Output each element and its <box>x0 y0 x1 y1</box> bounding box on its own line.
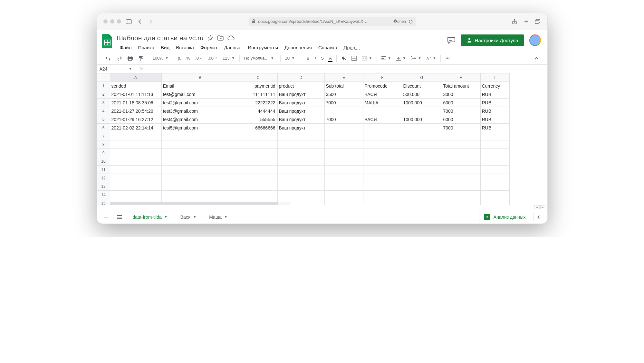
cell[interactable]: 7000 <box>324 115 363 124</box>
scroll-right-icon[interactable]: ► <box>540 205 545 209</box>
cell[interactable] <box>324 182 363 191</box>
cell[interactable] <box>480 149 509 157</box>
cell[interactable] <box>363 191 402 199</box>
cell[interactable] <box>239 140 277 149</box>
cell[interactable] <box>480 140 509 149</box>
account-avatar[interactable] <box>529 34 541 46</box>
cell[interactable] <box>480 132 509 140</box>
move-icon[interactable] <box>217 35 224 41</box>
rotate-btn[interactable]: A▼ <box>425 55 438 61</box>
zoom-select[interactable]: 100%▼ <box>151 55 170 61</box>
tabs-icon[interactable] <box>534 18 541 25</box>
comments-icon[interactable] <box>447 36 456 44</box>
cell[interactable] <box>110 182 161 191</box>
horizontal-scrollbar[interactable] <box>110 202 290 205</box>
cell[interactable]: Ваш продукт <box>277 124 324 132</box>
new-tab-icon[interactable] <box>523 18 529 25</box>
cell[interactable] <box>363 166 402 174</box>
paint-format-icon[interactable] <box>136 54 145 62</box>
spreadsheet-grid[interactable]: ABCDEFGHI 1sendedEmailpaymentidproductSu… <box>97 73 547 205</box>
cell[interactable]: 3500 <box>324 90 363 99</box>
row-header[interactable]: 13 <box>97 182 110 191</box>
cell[interactable] <box>161 166 239 174</box>
nav-forward-icon[interactable] <box>148 18 154 25</box>
cell[interactable] <box>239 157 277 166</box>
cell[interactable]: Ваш продукт <box>277 115 324 124</box>
cell[interactable] <box>110 174 161 182</box>
borders-btn[interactable] <box>350 54 359 62</box>
cell[interactable] <box>363 157 402 166</box>
traffic-max[interactable] <box>117 19 121 24</box>
traffic-min[interactable] <box>110 19 114 24</box>
cell[interactable] <box>277 157 324 166</box>
bold-btn[interactable]: B <box>305 54 312 62</box>
row-header[interactable]: 15 <box>97 199 110 205</box>
wrap-btn[interactable]: ▼ <box>409 56 423 61</box>
all-sheets-btn[interactable] <box>114 213 125 221</box>
cell[interactable] <box>161 182 239 191</box>
cell[interactable] <box>277 132 324 140</box>
cell[interactable] <box>161 140 239 149</box>
cell[interactable]: RUB <box>480 99 509 107</box>
star-icon[interactable] <box>207 35 213 41</box>
cell[interactable] <box>277 174 324 182</box>
cell[interactable] <box>402 191 442 199</box>
cell[interactable]: Sub total <box>324 82 363 90</box>
row-header[interactable]: 6 <box>97 124 110 132</box>
cell[interactable]: RUB <box>480 107 509 115</box>
cell[interactable]: 500.000 <box>402 90 442 99</box>
cell[interactable]: product <box>277 82 324 90</box>
cell[interactable] <box>402 140 442 149</box>
cell[interactable] <box>277 140 324 149</box>
cell[interactable]: 2021-01-27 20:54:20 <box>110 107 161 115</box>
cell[interactable]: RUB <box>480 90 509 99</box>
row-header[interactable]: 12 <box>97 174 110 182</box>
cell[interactable]: 111111111 <box>239 90 277 99</box>
cloud-status-icon[interactable] <box>227 35 235 41</box>
cell[interactable] <box>324 107 363 115</box>
scroll-left-icon[interactable]: ◄ <box>534 205 540 209</box>
cell[interactable] <box>480 166 509 174</box>
cell[interactable] <box>402 182 442 191</box>
side-panel-toggle-icon[interactable] <box>533 213 543 221</box>
cell[interactable]: Ваш продукт <box>277 99 324 107</box>
cell[interactable]: 2021-01-18 08:35:06 <box>110 99 161 107</box>
cell[interactable] <box>277 166 324 174</box>
translate-icon[interactable]: �önen <box>393 19 406 24</box>
cell[interactable]: 1000.000 <box>402 99 442 107</box>
cell[interactable] <box>324 174 363 182</box>
cell[interactable] <box>363 132 402 140</box>
cell[interactable]: test4@gmail.com <box>161 115 239 124</box>
share-button[interactable]: Настройки Доступа <box>461 34 524 46</box>
name-box[interactable]: A24 ▼ <box>97 65 135 73</box>
cell[interactable]: Email <box>161 82 239 90</box>
cell[interactable] <box>239 174 277 182</box>
cell[interactable]: Currency <box>480 82 509 90</box>
cell[interactable] <box>402 157 442 166</box>
column-header[interactable]: B <box>161 73 239 82</box>
column-header[interactable]: E <box>324 73 363 82</box>
decrease-decimal-btn[interactable]: .0↙ <box>193 54 205 62</box>
cell[interactable] <box>324 149 363 157</box>
cell[interactable] <box>402 174 442 182</box>
cell[interactable] <box>324 166 363 174</box>
cell[interactable] <box>277 191 324 199</box>
row-header[interactable]: 4 <box>97 107 110 115</box>
cell[interactable] <box>363 174 402 182</box>
explore-button[interactable]: ✦ Анализ данных <box>479 212 530 222</box>
cell[interactable] <box>442 157 480 166</box>
cell[interactable] <box>363 199 402 205</box>
text-color-btn[interactable]: A <box>327 54 334 62</box>
cell[interactable] <box>324 199 363 205</box>
row-header[interactable]: 7 <box>97 132 110 140</box>
window-controls[interactable] <box>103 19 121 24</box>
column-header[interactable]: C <box>239 73 277 82</box>
fill-color-btn[interactable] <box>339 54 348 62</box>
more-btn[interactable]: ••• <box>443 54 452 62</box>
cell[interactable] <box>402 107 442 115</box>
column-header[interactable]: F <box>363 73 402 82</box>
column-header[interactable]: D <box>277 73 324 82</box>
cell[interactable]: 22222222 <box>239 99 277 107</box>
cell[interactable] <box>402 132 442 140</box>
number-format-select[interactable]: 123▼ <box>221 55 237 61</box>
